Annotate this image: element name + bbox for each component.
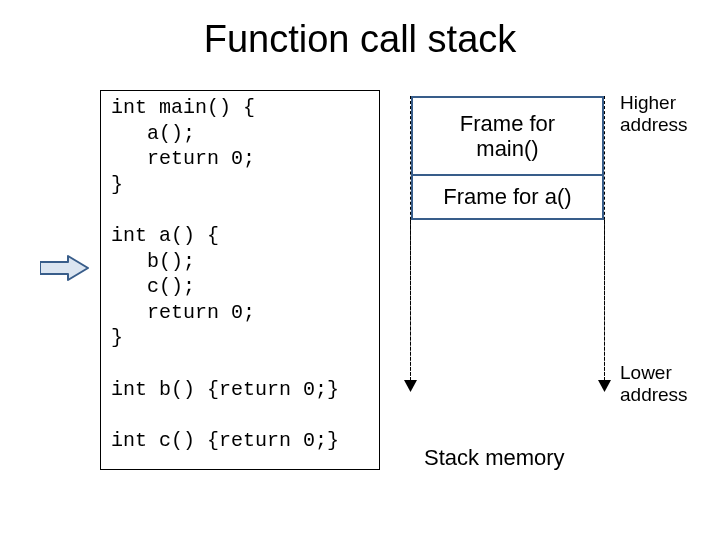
stack-memory: Frame for main() Frame for a() [410,96,605,386]
slide-title: Function call stack [0,18,720,61]
stack-grow-arrowhead-right-icon [598,378,611,396]
stack-frame-label: Frame for main() [460,111,555,162]
stack-caption: Stack memory [424,445,565,471]
higher-address-label: Higher address [620,92,688,136]
stack-grow-arrow-right [604,220,605,380]
stack-frame-main: Frame for main() [411,96,604,176]
stack-frame-a: Frame for a() [411,176,604,220]
svg-marker-2 [598,380,611,392]
lower-address-label: Lower address [620,362,688,406]
svg-marker-1 [404,380,417,392]
stack-grow-arrowhead-left-icon [404,378,417,396]
stack-grow-arrow-left [410,220,411,380]
slide: Function call stack int main() { a(); re… [0,0,720,540]
svg-marker-0 [40,256,88,280]
code-listing: int main() { a(); return 0; } int a() { … [100,90,380,470]
stack-frame-label: Frame for a() [443,184,571,209]
current-line-arrow-icon [40,255,90,285]
